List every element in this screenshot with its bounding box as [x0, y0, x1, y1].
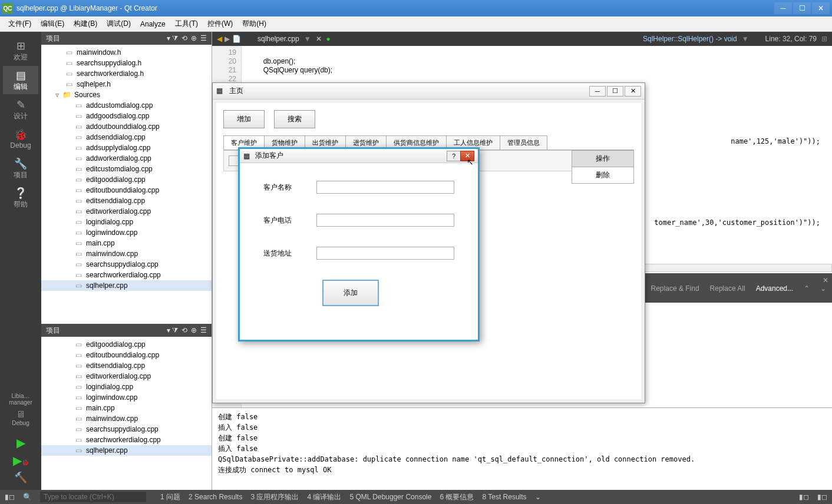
tree-node[interactable]: ▭searchworkerdialog.cpp — [41, 270, 212, 280]
tree-node[interactable]: ▭sqlhelper.cpp — [41, 280, 212, 291]
close-button[interactable]: ✕ — [812, 2, 830, 14]
tree-node[interactable]: ▭sqlhelper.h — [41, 79, 212, 89]
debug-run-button[interactable]: ▶🐞 — [13, 453, 29, 467]
add-icon[interactable]: ⊕ — [191, 326, 197, 334]
nav-lock-icon[interactable]: 📄 — [232, 35, 241, 43]
status-qml-console[interactable]: 5 QML Debugger Console — [349, 493, 431, 501]
dialog-submit-button[interactable]: 添加 — [322, 280, 379, 306]
mode-debug[interactable]: 🐞Debug — [3, 125, 38, 153]
app-maximize-button[interactable]: ☐ — [607, 86, 623, 97]
menu-tools[interactable]: 工具(T) — [170, 17, 203, 31]
tree-node[interactable]: ▭addsupplydialog.cpp — [41, 142, 212, 153]
editor-close-icon[interactable]: ✕ — [316, 35, 322, 43]
tree-node[interactable]: ▭searchworkerdialog.cpp — [41, 435, 212, 445]
tab-manager[interactable]: 管理员信息 — [500, 135, 547, 150]
tree-node[interactable]: ▭main.cpp — [41, 238, 212, 248]
replace-find[interactable]: Replace & Find — [651, 284, 699, 293]
mode-design[interactable]: ✎设计 — [3, 95, 38, 124]
tree-node[interactable]: ▭addworkerdialog.cpp — [41, 153, 212, 164]
tree-node[interactable]: ▭editsenddialog.cpp — [41, 360, 212, 371]
project-tree-1[interactable]: ▭mainwindow.h▭searchsuppydialog.h▭search… — [41, 45, 212, 324]
tree-node[interactable]: ▭mainwindow.cpp — [41, 413, 212, 424]
tree-node[interactable]: ▭editoutbounddialog.cpp — [41, 185, 212, 195]
link-icon[interactable]: ⟲ — [181, 326, 187, 334]
dialog-close-button[interactable]: ✕↖ — [460, 151, 474, 161]
progress-icon[interactable]: ▮◻ — [799, 493, 809, 501]
status-compile-output[interactable]: 4 编译输出 — [307, 492, 341, 502]
delivery-address-input[interactable] — [316, 247, 454, 260]
tree-node[interactable]: ▭searchsuppydialog.cpp — [41, 424, 212, 435]
tree-node[interactable]: ▭searchsuppydialog.cpp — [41, 259, 212, 270]
status-issues[interactable]: 1 问题 — [160, 492, 180, 502]
maximize-button[interactable]: ☐ — [793, 2, 811, 14]
op-delete[interactable]: 删除 — [572, 167, 634, 184]
minimize-button[interactable]: ─ — [774, 2, 792, 14]
locator-input[interactable] — [40, 492, 146, 502]
customer-name-input[interactable] — [316, 181, 454, 194]
tree-node[interactable]: ▭editworkerdialog.cpp — [41, 206, 212, 217]
search-button[interactable]: 搜索 — [274, 110, 315, 128]
menu-help[interactable]: 帮助(H) — [237, 17, 271, 31]
build-button[interactable]: 🔨 — [14, 471, 27, 484]
run-target-label[interactable]: Libia…manager — [0, 393, 41, 406]
add-icon[interactable]: ⊕ — [191, 34, 197, 42]
find-close-icon[interactable]: ✕ — [823, 276, 828, 284]
status-general[interactable]: 6 概要信息 — [440, 492, 474, 502]
tree-node[interactable]: ▭loginwindow.cpp — [41, 227, 212, 238]
chevron-up-icon[interactable]: ⌃ — [804, 284, 810, 293]
filter-icon[interactable]: ▾ ⧩ — [167, 34, 178, 42]
chevron-down-icon[interactable]: ⌄ — [820, 284, 826, 293]
mode-help[interactable]: ❔帮助 — [3, 184, 38, 212]
split-icon[interactable]: ☰ — [200, 326, 207, 334]
tree-node[interactable]: ▭editgooddialog.cpp — [41, 174, 212, 185]
menu-debug[interactable]: 调试(D) — [102, 17, 136, 31]
tree-node[interactable]: ▭editgooddialog.cpp — [41, 339, 212, 350]
add-button[interactable]: 增加 — [223, 110, 265, 128]
menu-analyze[interactable]: Analyze — [136, 18, 170, 30]
project-tree-2[interactable]: ▭editgooddialog.cpp▭editoutbounddialog.c… — [41, 337, 212, 490]
filter-icon[interactable]: ▾ ⧩ — [167, 326, 178, 334]
tree-node[interactable]: ▭editcustomdialog.cpp — [41, 164, 212, 174]
status-search-results[interactable]: 2 Search Results — [189, 493, 242, 501]
editor-filename[interactable]: sqlhelper.cpp — [257, 35, 299, 43]
app-close-button[interactable]: ✕ — [625, 86, 641, 97]
tree-node[interactable]: ▭loginwindow.cpp — [41, 392, 212, 403]
find-advanced[interactable]: Advanced... — [756, 284, 793, 293]
customer-phone-input[interactable] — [316, 214, 454, 227]
replace-all[interactable]: Replace All — [710, 284, 745, 293]
dialog-help-button[interactable]: ? — [447, 151, 461, 161]
chevron-icon[interactable]: ⌄ — [535, 493, 541, 501]
dropdown-icon[interactable]: ▼ — [742, 35, 749, 43]
nav-back-icon[interactable]: ◀ — [217, 35, 222, 43]
panel-toggle-icon[interactable]: ▮◻ — [817, 493, 827, 501]
tree-node[interactable]: ▭searchsuppydialog.h — [41, 58, 212, 68]
mode-projects[interactable]: 🔧项目 — [3, 154, 38, 183]
tree-node[interactable]: ▭addgoodsdialog.cpp — [41, 111, 212, 121]
editor-split-icon[interactable]: ⊞ — [821, 35, 827, 43]
tree-node[interactable]: ▭editworkerdialog.cpp — [41, 371, 212, 382]
editor-function[interactable]: SqlHelper::SqlHelper() -> void — [643, 35, 737, 43]
tree-node[interactable]: ▭main.cpp — [41, 403, 212, 413]
split-icon[interactable]: ☰ — [200, 34, 207, 42]
link-icon[interactable]: ⟲ — [181, 34, 187, 42]
dropdown-icon[interactable]: ▼ — [304, 35, 311, 43]
tree-node[interactable]: ▭addsenddialog.cpp — [41, 132, 212, 142]
nav-fwd-icon[interactable]: ▶ — [224, 35, 230, 43]
tree-node[interactable]: ▭editoutbounddialog.cpp — [41, 350, 212, 360]
tree-node[interactable]: ▭addcustomdialog.cpp — [41, 100, 212, 111]
run-button[interactable]: ▶ — [16, 436, 25, 450]
output-panel[interactable]: 创建 false 插入 false 创建 false 插入 false QSql… — [212, 407, 832, 490]
sidebar-toggle-icon[interactable]: ▮◻ — [5, 493, 15, 501]
menu-file[interactable]: 文件(F) — [4, 17, 36, 31]
menu-widgets[interactable]: 控件(W) — [203, 17, 237, 31]
tree-node[interactable]: ▭logindialog.cpp — [41, 382, 212, 392]
menu-edit[interactable]: 编辑(E) — [36, 17, 69, 31]
tree-node[interactable]: ▭logindialog.cpp — [41, 217, 212, 227]
app-minimize-button[interactable]: ─ — [589, 86, 606, 97]
tree-node[interactable]: ▭editsenddialog.cpp — [41, 195, 212, 206]
status-test-results[interactable]: 8 Test Results — [482, 493, 526, 501]
tree-node[interactable]: ▭mainwindow.h — [41, 47, 212, 58]
tree-node[interactable]: ▭addoutbounddialog.cpp — [41, 121, 212, 132]
tree-node[interactable]: ▭mainwindow.cpp — [41, 248, 212, 259]
tree-node[interactable]: ▭searchworkerdialog.h — [41, 68, 212, 79]
